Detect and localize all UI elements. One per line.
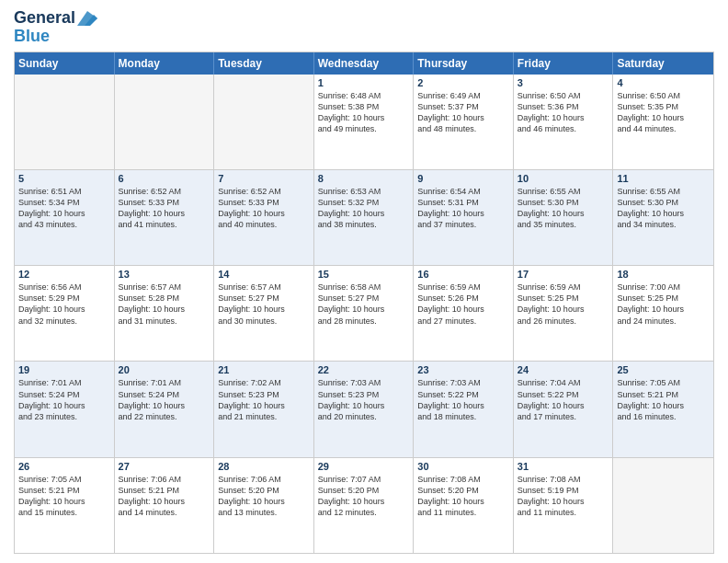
day-header-tuesday: Tuesday [214,52,314,75]
logo-blue: Blue [14,28,50,46]
day-header-thursday: Thursday [414,52,514,75]
day-info: Sunrise: 7:08 AM Sunset: 5:20 PM Dayligh… [417,474,509,519]
calendar: SundayMondayTuesdayWednesdayThursdayFrid… [14,52,714,554]
day-info: Sunrise: 6:56 AM Sunset: 5:29 PM Dayligh… [18,282,110,327]
day-number: 31 [518,461,609,472]
logo-icon [77,11,97,26]
week-row: 19Sunrise: 7:01 AM Sunset: 5:24 PM Dayli… [15,361,713,456]
day-cell: 30Sunrise: 7:08 AM Sunset: 5:20 PM Dayli… [414,458,514,553]
day-cell: 11Sunrise: 6:55 AM Sunset: 5:30 PM Dayli… [613,170,713,265]
day-info: Sunrise: 6:55 AM Sunset: 5:30 PM Dayligh… [617,186,710,231]
day-number: 19 [18,364,110,375]
day-cell: 17Sunrise: 6:59 AM Sunset: 5:25 PM Dayli… [514,266,614,361]
day-info: Sunrise: 6:59 AM Sunset: 5:26 PM Dayligh… [417,282,509,327]
day-info: Sunrise: 7:02 AM Sunset: 5:23 PM Dayligh… [218,377,310,422]
day-cell: 6Sunrise: 6:52 AM Sunset: 5:33 PM Daylig… [115,170,215,265]
day-number: 7 [218,173,310,184]
day-info: Sunrise: 6:54 AM Sunset: 5:31 PM Dayligh… [417,186,509,231]
logo: General Blue [14,9,97,46]
day-header-friday: Friday [514,52,614,75]
day-cell: 12Sunrise: 6:56 AM Sunset: 5:29 PM Dayli… [15,266,115,361]
day-number: 18 [617,269,710,280]
day-info: Sunrise: 6:55 AM Sunset: 5:30 PM Dayligh… [518,186,609,231]
day-info: Sunrise: 7:05 AM Sunset: 5:21 PM Dayligh… [18,474,110,519]
day-number: 9 [417,173,509,184]
day-info: Sunrise: 7:01 AM Sunset: 5:24 PM Dayligh… [119,377,210,422]
day-number: 30 [417,461,509,472]
day-cell: 22Sunrise: 7:03 AM Sunset: 5:23 PM Dayli… [314,362,415,456]
day-info: Sunrise: 6:50 AM Sunset: 5:35 PM Dayligh… [617,90,710,135]
day-cell: 16Sunrise: 6:59 AM Sunset: 5:26 PM Dayli… [414,266,514,361]
day-info: Sunrise: 7:00 AM Sunset: 5:25 PM Dayligh… [617,282,710,327]
day-cell: 19Sunrise: 7:01 AM Sunset: 5:24 PM Dayli… [15,362,115,456]
day-info: Sunrise: 6:52 AM Sunset: 5:33 PM Dayligh… [119,186,210,231]
day-info: Sunrise: 6:50 AM Sunset: 5:36 PM Dayligh… [518,90,609,135]
day-number: 22 [318,364,410,375]
day-cell [214,75,314,169]
day-number: 11 [617,173,710,184]
day-info: Sunrise: 6:53 AM Sunset: 5:32 PM Dayligh… [318,186,410,231]
day-number: 23 [417,364,509,375]
day-cell: 8Sunrise: 6:53 AM Sunset: 5:32 PM Daylig… [314,170,415,265]
day-headers: SundayMondayTuesdayWednesdayThursdayFrid… [15,52,713,75]
day-info: Sunrise: 7:04 AM Sunset: 5:22 PM Dayligh… [518,377,609,422]
day-cell: 18Sunrise: 7:00 AM Sunset: 5:25 PM Dayli… [613,266,713,361]
day-number: 16 [417,269,509,280]
day-cell: 23Sunrise: 7:03 AM Sunset: 5:22 PM Dayli… [414,362,514,456]
day-cell: 27Sunrise: 7:06 AM Sunset: 5:21 PM Dayli… [115,458,215,553]
day-cell: 29Sunrise: 7:07 AM Sunset: 5:20 PM Dayli… [314,458,415,553]
day-number: 12 [18,269,110,280]
week-row: 12Sunrise: 6:56 AM Sunset: 5:29 PM Dayli… [15,265,713,361]
day-number: 13 [119,269,210,280]
week-row: 26Sunrise: 7:05 AM Sunset: 5:21 PM Dayli… [15,457,713,553]
day-number: 24 [518,364,609,375]
day-info: Sunrise: 6:57 AM Sunset: 5:28 PM Dayligh… [119,282,210,327]
day-cell [115,75,215,169]
day-number: 27 [119,461,210,472]
day-cell: 1Sunrise: 6:48 AM Sunset: 5:38 PM Daylig… [314,75,415,169]
day-cell: 20Sunrise: 7:01 AM Sunset: 5:24 PM Dayli… [115,362,215,456]
day-info: Sunrise: 7:03 AM Sunset: 5:22 PM Dayligh… [417,377,509,422]
day-info: Sunrise: 6:51 AM Sunset: 5:34 PM Dayligh… [18,186,110,231]
day-info: Sunrise: 7:01 AM Sunset: 5:24 PM Dayligh… [18,377,110,422]
day-cell: 31Sunrise: 7:08 AM Sunset: 5:19 PM Dayli… [514,458,614,553]
day-cell: 28Sunrise: 7:06 AM Sunset: 5:20 PM Dayli… [214,458,314,553]
week-row: 1Sunrise: 6:48 AM Sunset: 5:38 PM Daylig… [15,75,713,169]
day-info: Sunrise: 6:48 AM Sunset: 5:38 PM Dayligh… [318,90,410,135]
day-info: Sunrise: 7:06 AM Sunset: 5:21 PM Dayligh… [119,474,210,519]
day-cell: 10Sunrise: 6:55 AM Sunset: 5:30 PM Dayli… [514,170,614,265]
day-info: Sunrise: 6:59 AM Sunset: 5:25 PM Dayligh… [518,282,609,327]
day-cell: 24Sunrise: 7:04 AM Sunset: 5:22 PM Dayli… [514,362,614,456]
day-cell: 13Sunrise: 6:57 AM Sunset: 5:28 PM Dayli… [115,266,215,361]
day-number: 10 [518,173,609,184]
day-cell: 26Sunrise: 7:05 AM Sunset: 5:21 PM Dayli… [15,458,115,553]
day-header-monday: Monday [115,52,215,75]
day-cell: 5Sunrise: 6:51 AM Sunset: 5:34 PM Daylig… [15,170,115,265]
day-info: Sunrise: 6:58 AM Sunset: 5:27 PM Dayligh… [318,282,410,327]
day-number: 3 [518,77,609,88]
day-number: 2 [417,77,509,88]
day-header-saturday: Saturday [613,52,713,75]
day-number: 20 [119,364,210,375]
day-cell: 15Sunrise: 6:58 AM Sunset: 5:27 PM Dayli… [314,266,415,361]
day-number: 15 [318,269,410,280]
week-row: 5Sunrise: 6:51 AM Sunset: 5:34 PM Daylig… [15,169,713,265]
day-cell: 21Sunrise: 7:02 AM Sunset: 5:23 PM Dayli… [214,362,314,456]
day-number: 4 [617,77,710,88]
day-cell [613,458,713,553]
day-info: Sunrise: 7:05 AM Sunset: 5:21 PM Dayligh… [617,377,710,422]
day-cell [15,75,115,169]
day-cell: 3Sunrise: 6:50 AM Sunset: 5:36 PM Daylig… [514,75,614,169]
day-number: 8 [318,173,410,184]
day-number: 5 [18,173,110,184]
logo-general: General [14,9,75,28]
day-number: 29 [318,461,410,472]
day-header-sunday: Sunday [15,52,115,75]
day-number: 17 [518,269,609,280]
day-cell: 4Sunrise: 6:50 AM Sunset: 5:35 PM Daylig… [613,75,713,169]
day-number: 25 [617,364,710,375]
day-info: Sunrise: 7:07 AM Sunset: 5:20 PM Dayligh… [318,474,410,519]
day-number: 1 [318,77,410,88]
day-cell: 7Sunrise: 6:52 AM Sunset: 5:33 PM Daylig… [214,170,314,265]
day-number: 21 [218,364,310,375]
